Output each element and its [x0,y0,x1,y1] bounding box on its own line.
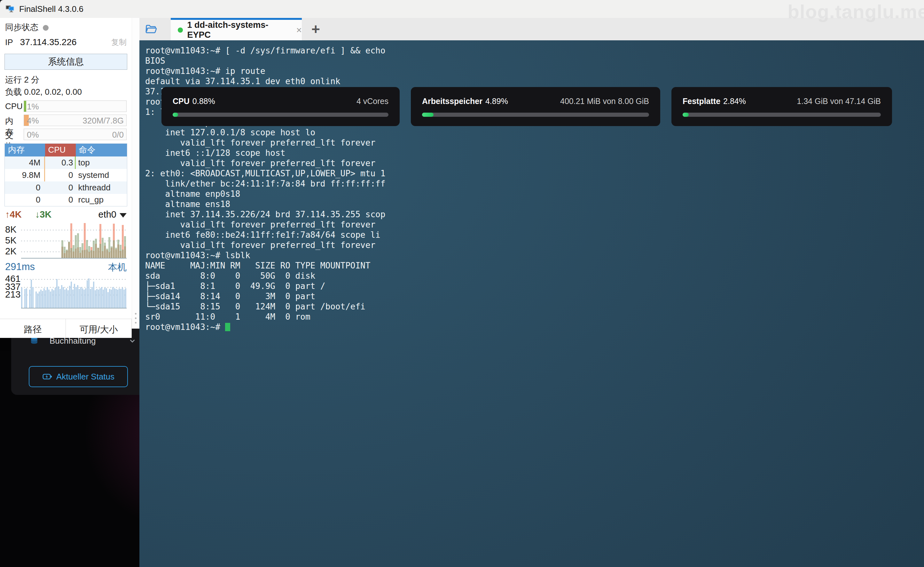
ping-latency: 291ms [5,261,35,272]
process-col-header: 内存 [5,144,45,156]
chart-bar [125,288,126,308]
chart-bar [99,244,101,258]
process-cell: 0 [5,194,45,206]
scrollbar-dot [135,317,136,319]
chart-bar [123,290,125,308]
ping-target: 本机 [108,261,127,274]
stat-progress-fill [172,113,178,117]
folder-icon[interactable] [144,23,157,35]
memory-meter-pct: 4% [27,116,39,126]
chart-bar [68,290,69,308]
process-cell: 0 [45,194,76,206]
stat-progress-fill [422,113,434,117]
chart-bar [62,240,63,258]
chart-bar [108,237,110,258]
process-cell: 4M [5,156,45,169]
terminal-output: root@vm11043:~# [ -d /sys/firmware/efi ]… [140,40,384,329]
finalshell-monitor-panel: 同步状态 IP37.114.35.226 复制 系统信息 运行 2 分 负载 0… [0,18,132,329]
desktop: aitch-systems Deutsch tanglu TA blog.tan… [0,0,924,567]
chart-bar [122,250,124,258]
process-cell: 0.3 [45,156,76,169]
interface-selector[interactable]: eth0 [99,209,127,220]
process-row: 9.8M0systemd [5,169,127,181]
process-col-header: CPU [45,144,76,156]
chart-bar [64,247,66,258]
chart-bar [68,242,70,258]
chart-bar [39,292,40,308]
chart-bar [94,290,96,308]
current-status-button[interactable]: Aktueller Status [29,366,128,387]
stat-card-cpu: CPU0.88%4 vCores [162,87,400,126]
chart-bar [102,238,104,258]
ping-latency-chart: 461337213 [5,275,127,308]
watermark: blog.tanglu.me [788,1,924,23]
process-cell: kthreadd [76,181,127,194]
chart-bar [45,290,46,308]
cpu-meter-bar: 1% [24,101,127,112]
cpu-meter-fill [24,101,26,112]
process-cell: 9.8M [5,169,45,181]
panel-scrollbar[interactable] [132,18,140,329]
chart-bar [24,289,26,308]
load-label: 负载 0.02, 0.02, 0.00 [5,86,127,98]
chart-bar [82,288,83,308]
stat-progress-track [422,113,649,117]
chart-bar [93,241,94,258]
chart-bar [101,287,102,308]
process-cell: rcu_gp [76,194,127,206]
stat-label: Festplatte2.84% [682,97,746,106]
filesystem-path-header: 路径 [0,319,66,329]
chart-bar [31,280,32,308]
chart-bar [85,288,86,308]
system-info-button[interactable]: 系统信息 [4,54,127,70]
current-status-label: Aktueller Status [56,372,114,382]
terminal[interactable]: root@vm11043:~# [ -d /sys/firmware/efi ]… [140,40,384,329]
swap-meter-pct: 0% [27,130,39,140]
chart-bar [90,250,92,258]
finalshell-tabstrip: 1 dd-aitch-systems-EYPC × + [140,18,384,40]
chart-bar [73,245,75,258]
chart-bar [122,288,123,308]
process-cell: top [76,156,127,169]
process-table[interactable]: 内存CPU命令 4M0.3top9.8M0systemd00kthreadd00… [4,143,127,206]
swap-meter-detail: 0/0 [112,130,124,140]
chart-bar [111,290,112,308]
chart-tick-label: 2K [5,246,16,257]
process-col-header: 命令 [76,144,127,156]
ip-label: IP [5,38,13,47]
chart-bar [112,287,114,308]
chart-baseline [21,308,127,308]
session-tab[interactable]: 1 dd-aitch-systems-EYPC × [171,18,302,40]
chart-bar [104,288,105,308]
chart-bar [51,289,53,308]
download-rate: ↓3K [35,209,52,220]
chart-bar [84,250,86,258]
chart-bar [50,292,51,308]
copy-ip-button[interactable]: 复制 [111,37,127,47]
finalshell-titlebar[interactable]: FinalShell 4.3.0.6 [0,0,384,18]
tab-close-icon[interactable]: × [296,25,302,36]
chart-bars [21,223,127,258]
stat-detail: 1.34 GiB von 47.14 GiB [797,97,881,106]
swap-meter-bar: 0% 0/0 [24,129,127,140]
chart-bar [70,248,72,258]
chart-bar [29,290,30,308]
process-cell: 0 [45,169,76,181]
new-tab-button[interactable]: + [311,18,320,40]
chart-bar [36,292,37,308]
battery-bolt-icon [42,371,52,382]
process-row: 00kthreadd [5,181,127,194]
memory-meter-detail: 320M/7.8G [82,116,124,126]
cpu-meter-label: CPU [5,101,23,111]
chart-bar [48,290,50,308]
stat-detail: 400.21 MiB von 8.00 GiB [560,97,649,106]
chart-bar [55,288,56,308]
chart-bar [69,286,70,308]
dropdown-triangle-icon [120,213,127,218]
chart-bar [116,289,117,308]
scrollbar-dot [135,313,136,314]
process-row: 00rcu_gp [5,194,127,206]
chart-bar [46,287,48,308]
chart-bar [66,250,68,258]
chart-bar [26,288,27,308]
